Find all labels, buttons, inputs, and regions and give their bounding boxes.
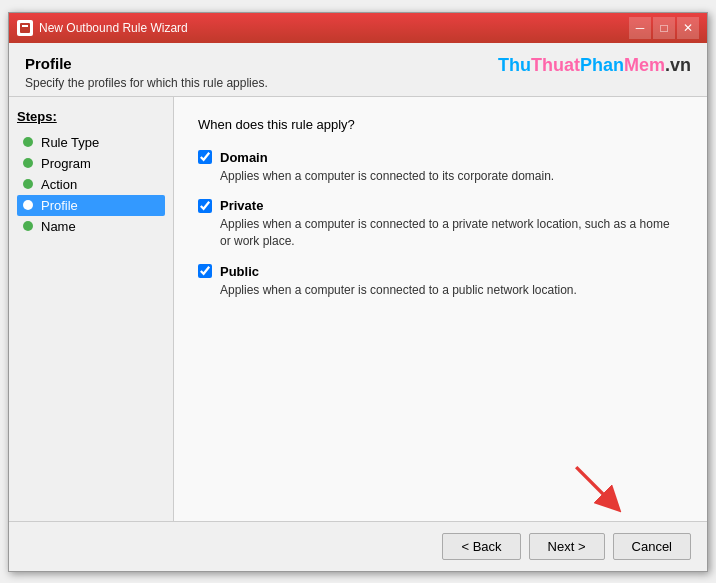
sidebar-item-program[interactable]: Program: [17, 153, 165, 174]
titlebar-title: New Outbound Rule Wizard: [39, 21, 629, 35]
steps-label: Steps:: [17, 109, 165, 124]
titlebar: New Outbound Rule Wizard ─ □ ✕: [9, 13, 707, 43]
svg-rect-1: [22, 25, 28, 27]
next-button[interactable]: Next >: [529, 533, 605, 560]
cancel-button[interactable]: Cancel: [613, 533, 691, 560]
checkbox-group: DomainApplies when a computer is connect…: [198, 150, 683, 299]
checkbox-item-domain: DomainApplies when a computer is connect…: [198, 150, 683, 185]
watermark: ThuThuatPhanMem.vn: [498, 55, 691, 76]
maximize-button[interactable]: □: [653, 17, 675, 39]
sidebar-dot-3: [23, 200, 33, 210]
sidebar-item-label-0: Rule Type: [41, 135, 99, 150]
content-area: Profile Specify the profiles for which t…: [9, 43, 707, 571]
sidebar-dot-1: [23, 158, 33, 168]
sidebar-item-name[interactable]: Name: [17, 216, 165, 237]
page-subtitle: Specify the profiles for which this rule…: [25, 76, 268, 90]
sidebar-item-action[interactable]: Action: [17, 174, 165, 195]
titlebar-controls: ─ □ ✕: [629, 17, 699, 39]
svg-rect-0: [20, 23, 30, 33]
sidebar-dot-4: [23, 221, 33, 231]
close-button[interactable]: ✕: [677, 17, 699, 39]
page-title: Profile: [25, 55, 268, 72]
checkbox-row-private: Private: [198, 198, 683, 213]
checkbox-row-domain: Domain: [198, 150, 683, 165]
checkbox-desc-public: Applies when a computer is connected to …: [220, 282, 683, 299]
wizard-window: New Outbound Rule Wizard ─ □ ✕ Profile S…: [8, 12, 708, 572]
checkbox-domain[interactable]: [198, 150, 212, 164]
checkbox-private[interactable]: [198, 199, 212, 213]
footer: < Back Next > Cancel: [9, 521, 707, 571]
sidebar-item-label-1: Program: [41, 156, 91, 171]
sidebar-dot-2: [23, 179, 33, 189]
checkbox-item-public: PublicApplies when a computer is connect…: [198, 264, 683, 299]
right-panel: When does this rule apply? DomainApplies…: [174, 97, 707, 521]
checkbox-public[interactable]: [198, 264, 212, 278]
titlebar-icon: [17, 20, 33, 36]
sidebar-item-label-3: Profile: [41, 198, 78, 213]
checkbox-row-public: Public: [198, 264, 683, 279]
sidebar: Steps: Rule TypeProgramActionProfileName: [9, 97, 174, 521]
back-button[interactable]: < Back: [442, 533, 520, 560]
checkbox-desc-domain: Applies when a computer is connected to …: [220, 168, 683, 185]
sidebar-items: Rule TypeProgramActionProfileName: [17, 132, 165, 237]
watermark-part5: .vn: [665, 55, 691, 75]
question-text: When does this rule apply?: [198, 117, 683, 132]
header-left: Profile Specify the profiles for which t…: [25, 55, 268, 90]
sidebar-item-label-2: Action: [41, 177, 77, 192]
watermark-part2: Thuat: [531, 55, 580, 75]
checkbox-label-public: Public: [220, 264, 259, 279]
watermark-part4: Mem: [624, 55, 665, 75]
checkbox-label-domain: Domain: [220, 150, 268, 165]
checkbox-item-private: PrivateApplies when a computer is connec…: [198, 198, 683, 250]
watermark-part1: Thu: [498, 55, 531, 75]
sidebar-item-label-4: Name: [41, 219, 76, 234]
sidebar-item-rule-type[interactable]: Rule Type: [17, 132, 165, 153]
sidebar-item-profile[interactable]: Profile: [17, 195, 165, 216]
checkbox-label-private: Private: [220, 198, 263, 213]
minimize-button[interactable]: ─: [629, 17, 651, 39]
watermark-part3: Phan: [580, 55, 624, 75]
sidebar-dot-0: [23, 137, 33, 147]
header-section: Profile Specify the profiles for which t…: [9, 43, 707, 97]
checkbox-desc-private: Applies when a computer is connected to …: [220, 216, 683, 250]
main-body: Steps: Rule TypeProgramActionProfileName…: [9, 97, 707, 521]
